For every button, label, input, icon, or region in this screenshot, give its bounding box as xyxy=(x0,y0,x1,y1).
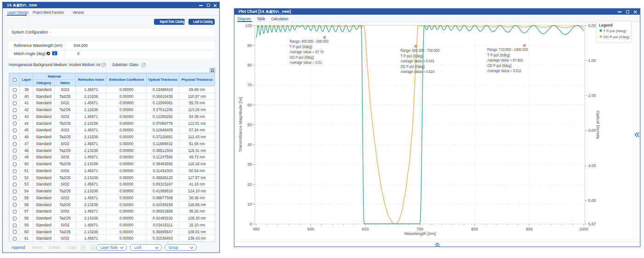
svg-text:i: i xyxy=(54,51,55,56)
